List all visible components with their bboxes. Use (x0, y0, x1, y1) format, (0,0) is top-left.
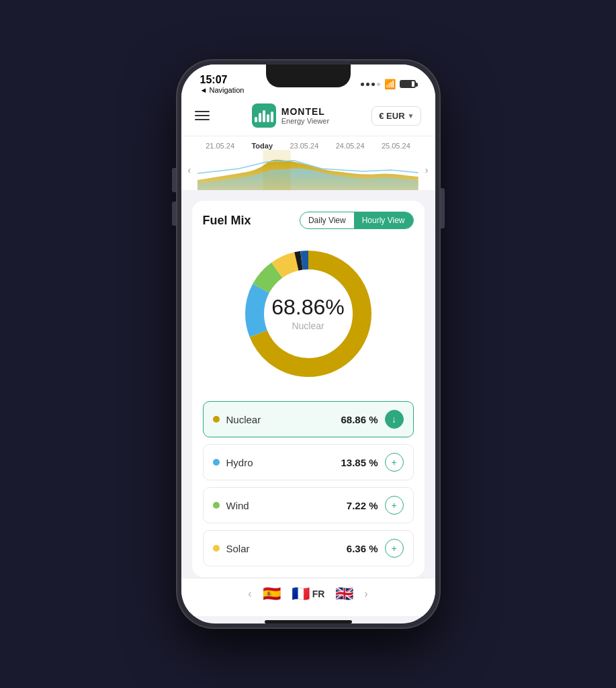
logo-text: MONTEL Energy Viewer (281, 106, 329, 125)
solar-expand-button[interactable]: + (385, 539, 404, 558)
fuel-item-solar[interactable]: Solar 6.36 % + (203, 530, 414, 566)
date-label: 21.05.24 (206, 142, 234, 150)
nuclear-dot (213, 416, 220, 423)
vol-down-button[interactable] (172, 202, 176, 226)
status-icons: 📶 (361, 79, 416, 89)
wind-expand-button[interactable]: + (385, 496, 404, 515)
phone-screen: 15:07 ◄ Navigation 📶 (181, 64, 435, 624)
nuclear-name: Nuclear (226, 414, 261, 425)
power-button[interactable] (441, 188, 445, 228)
nuclear-expand-button[interactable]: ↓ (385, 410, 404, 429)
donut-wrapper: 68.86% Nuclear (234, 240, 382, 388)
fuel-item-hydro[interactable]: Hydro 13.85 % + (203, 444, 414, 480)
logo-bars (255, 109, 273, 122)
timeline-dates: 21.05.24 Today 23.05.24 24.05.24 25.05.2… (181, 142, 435, 150)
donut-center: 68.86% Nuclear (271, 296, 345, 331)
nuclear-percent: 68.86 % (341, 414, 378, 425)
flag-uk[interactable]: 🇬🇧 (335, 585, 353, 603)
nav-right-arrow[interactable]: › (364, 588, 367, 600)
wifi-icon: 📶 (384, 79, 396, 89)
timeline-left-arrow[interactable]: ‹ (181, 162, 198, 178)
currency-button[interactable]: € EUR ▼ (371, 106, 421, 126)
bottom-nav: ‹ 🇪🇸 🇫🇷 FR 🇬🇧 › (181, 578, 435, 616)
date-label: 24.05.24 (336, 142, 365, 150)
hydro-name: Hydro (226, 457, 253, 468)
view-toggle: Daily View Hourly View (300, 212, 414, 229)
wind-name: Wind (226, 500, 249, 511)
date-label: 23.05.24 (290, 142, 318, 150)
date-label: 25.05.24 (382, 142, 410, 150)
currency-label: € EUR (379, 111, 404, 121)
fuel-item-left: Nuclear (213, 414, 261, 425)
svg-rect-0 (263, 150, 291, 190)
vol-up-button[interactable] (172, 168, 176, 192)
fuel-item-right: 7.22 % + (347, 496, 404, 515)
solar-dot (213, 545, 220, 552)
fuel-item-left: Hydro (213, 457, 253, 468)
wind-percent: 7.22 % (347, 500, 378, 511)
timeline-chart[interactable] (197, 150, 419, 190)
hydro-expand-button[interactable]: + (385, 453, 404, 472)
today-label: Today (251, 142, 273, 150)
timeline-nav: ‹ (181, 150, 435, 190)
fuel-item-left: Wind (213, 500, 249, 511)
fuel-item-wind[interactable]: Wind 7.22 % + (203, 487, 414, 523)
hydro-percent: 13.85 % (341, 457, 378, 468)
logo: MONTEL Energy Viewer (252, 103, 329, 128)
hourly-view-button[interactable]: Hourly View (354, 212, 413, 228)
solar-percent: 6.36 % (347, 543, 378, 554)
fuel-item-right: 6.36 % + (347, 539, 404, 558)
menu-button[interactable] (195, 111, 210, 120)
donut-chart-container: 68.86% Nuclear (203, 240, 414, 388)
fuel-mix-title: Fuel Mix (203, 214, 251, 228)
fuel-item-right: 68.86 % ↓ (341, 410, 403, 429)
logo-subtitle: Energy Viewer (281, 117, 329, 125)
fuel-item-right: 13.85 % + (341, 453, 403, 472)
flag-france[interactable]: 🇫🇷 FR (292, 585, 325, 603)
timeline-right-arrow[interactable]: › (419, 162, 435, 178)
main-content: Fuel Mix Daily View Hourly View (181, 190, 435, 578)
wind-dot (213, 502, 220, 509)
daily-view-button[interactable]: Daily View (300, 212, 354, 228)
donut-center-label: Nuclear (271, 320, 345, 331)
logo-icon (252, 103, 276, 128)
donut-percent: 68.86% (271, 296, 345, 318)
fuel-mix-header: Fuel Mix Daily View Hourly View (203, 212, 414, 229)
hydro-dot (213, 459, 220, 466)
france-flag-icon: 🇫🇷 (292, 585, 310, 603)
timeline-area: 21.05.24 Today 23.05.24 24.05.24 25.05.2… (181, 136, 435, 190)
chevron-down-icon: ▼ (408, 112, 414, 120)
fuel-item-left: Solar (213, 543, 250, 554)
app-header: MONTEL Energy Viewer € EUR ▼ (181, 98, 435, 136)
fuel-mix-card: Fuel Mix Daily View Hourly View (192, 201, 425, 577)
signal-dots (361, 83, 380, 86)
status-time: 15:07 (200, 74, 245, 86)
logo-name: MONTEL (281, 106, 329, 117)
solar-name: Solar (226, 543, 250, 554)
home-indicator[interactable] (265, 620, 352, 624)
status-nav: ◄ Navigation (200, 86, 245, 94)
fuel-item-nuclear[interactable]: Nuclear 68.86 % ↓ (203, 401, 414, 437)
phone-frame: 15:07 ◄ Navigation 📶 (177, 60, 439, 628)
uk-flag-icon: 🇬🇧 (335, 585, 353, 603)
flag-spain[interactable]: 🇪🇸 (263, 585, 281, 603)
france-label: FR (312, 589, 325, 599)
battery-icon (400, 80, 416, 88)
nav-left-arrow[interactable]: ‹ (248, 588, 251, 600)
notch (266, 64, 351, 87)
fuel-list: Nuclear 68.86 % ↓ Hydro 13.8 (203, 401, 414, 566)
spain-flag-icon: 🇪🇸 (263, 585, 281, 603)
